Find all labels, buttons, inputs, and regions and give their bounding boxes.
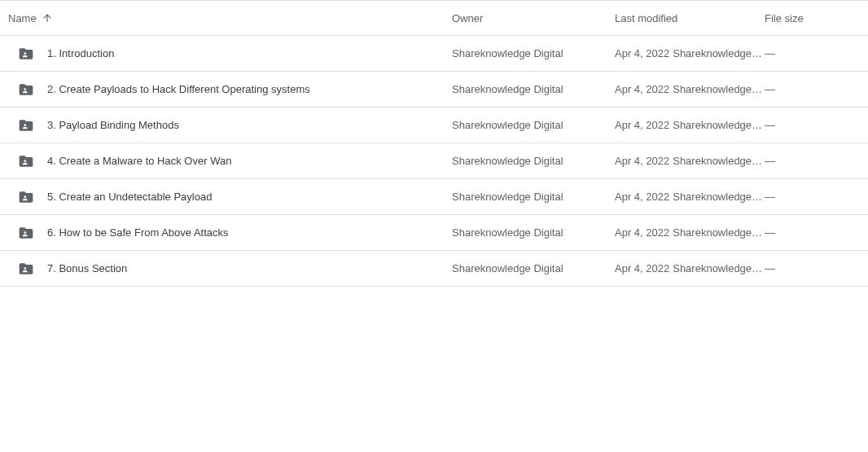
cell-size: — xyxy=(765,155,862,167)
cell-name: 1. Introduction xyxy=(7,46,452,62)
cell-size: — xyxy=(765,226,862,239)
cell-name: 3. Payload Binding Methods xyxy=(7,117,452,134)
table-body: 1. Introduction Shareknowledge Digital A… xyxy=(0,36,868,287)
modified-date: Apr 4, 2022 xyxy=(615,262,669,274)
modified-date: Apr 4, 2022 xyxy=(615,83,669,95)
table-header-row: Name Owner Last modified File size xyxy=(0,0,868,36)
cell-owner: Shareknowledge Digital xyxy=(452,47,615,59)
cell-name: 7. Bonus Section xyxy=(7,261,452,277)
cell-name: 6. How to be Safe From Above Attacks xyxy=(7,225,452,241)
file-name: 3. Payload Binding Methods xyxy=(47,119,179,131)
shared-folder-icon xyxy=(18,117,34,134)
modified-by: Shareknowledge D… xyxy=(673,155,765,167)
shared-folder-icon xyxy=(18,261,34,277)
file-list-table: Name Owner Last modified File size xyxy=(0,0,868,287)
modified-date: Apr 4, 2022 xyxy=(615,119,669,131)
cell-size: — xyxy=(765,47,862,59)
cell-size: — xyxy=(765,83,862,95)
modified-by: Shareknowledge D… xyxy=(673,119,765,131)
column-header-owner[interactable]: Owner xyxy=(452,12,615,24)
shared-folder-icon xyxy=(18,189,34,205)
shared-folder-icon xyxy=(18,225,34,241)
cell-modified: Apr 4, 2022 Shareknowledge D… xyxy=(615,155,765,167)
table-row[interactable]: 5. Create an Undetectable Payload Sharek… xyxy=(0,179,868,215)
shared-folder-icon xyxy=(18,153,34,169)
svg-point-5 xyxy=(24,231,26,234)
svg-point-0 xyxy=(24,52,26,55)
table-row[interactable]: 1. Introduction Shareknowledge Digital A… xyxy=(0,36,868,72)
cell-modified: Apr 4, 2022 Shareknowledge D… xyxy=(615,191,765,203)
cell-name: 2. Create Payloads to Hack Different Ope… xyxy=(7,81,452,98)
modified-date: Apr 4, 2022 xyxy=(615,155,669,167)
cell-modified: Apr 4, 2022 Shareknowledge D… xyxy=(615,119,765,131)
cell-name: 5. Create an Undetectable Payload xyxy=(7,189,452,205)
cell-size: — xyxy=(765,262,862,274)
modified-by: Shareknowledge D… xyxy=(673,226,765,239)
cell-owner: Shareknowledge Digital xyxy=(452,83,615,95)
svg-point-2 xyxy=(24,124,26,126)
file-name: 1. Introduction xyxy=(47,47,114,59)
shared-folder-icon xyxy=(18,46,34,62)
svg-point-3 xyxy=(24,160,26,162)
table-row[interactable]: 4. Create a Malware to Hack Over Wan Sha… xyxy=(0,143,868,179)
file-name: 6. How to be Safe From Above Attacks xyxy=(47,226,229,239)
cell-modified: Apr 4, 2022 Shareknowledge D… xyxy=(615,83,765,95)
sort-ascending-icon xyxy=(42,12,53,24)
svg-point-1 xyxy=(24,88,26,90)
modified-date: Apr 4, 2022 xyxy=(615,191,669,203)
svg-point-4 xyxy=(24,195,26,198)
cell-owner: Shareknowledge Digital xyxy=(452,155,615,167)
cell-owner: Shareknowledge Digital xyxy=(452,119,615,131)
modified-date: Apr 4, 2022 xyxy=(615,47,669,59)
column-header-owner-label: Owner xyxy=(452,12,483,24)
table-row[interactable]: 7. Bonus Section Shareknowledge Digital … xyxy=(0,251,868,287)
cell-size: — xyxy=(765,119,862,131)
cell-owner: Shareknowledge Digital xyxy=(452,191,615,203)
modified-by: Shareknowledge D… xyxy=(673,47,765,59)
modified-by: Shareknowledge D… xyxy=(673,191,765,203)
shared-folder-icon xyxy=(18,81,34,98)
table-row[interactable]: 3. Payload Binding Methods Shareknowledg… xyxy=(0,108,868,143)
file-name: 7. Bonus Section xyxy=(47,262,127,274)
file-name: 5. Create an Undetectable Payload xyxy=(47,191,212,203)
file-name: 2. Create Payloads to Hack Different Ope… xyxy=(47,83,310,95)
cell-name: 4. Create a Malware to Hack Over Wan xyxy=(7,153,452,169)
modified-by: Shareknowledge D… xyxy=(673,83,765,95)
column-header-modified-label: Last modified xyxy=(615,12,677,24)
column-header-name[interactable]: Name xyxy=(7,12,452,24)
cell-modified: Apr 4, 2022 Shareknowledge D… xyxy=(615,47,765,59)
cell-owner: Shareknowledge Digital xyxy=(452,226,615,239)
table-row[interactable]: 6. How to be Safe From Above Attacks Sha… xyxy=(0,215,868,251)
column-header-size-label: File size xyxy=(765,12,804,24)
table-row[interactable]: 2. Create Payloads to Hack Different Ope… xyxy=(0,72,868,108)
file-name: 4. Create a Malware to Hack Over Wan xyxy=(47,155,231,167)
column-header-name-label: Name xyxy=(8,12,37,24)
column-header-size[interactable]: File size xyxy=(765,12,862,24)
cell-modified: Apr 4, 2022 Shareknowledge D… xyxy=(615,226,765,239)
column-header-modified[interactable]: Last modified xyxy=(615,12,765,24)
cell-modified: Apr 4, 2022 Shareknowledge D… xyxy=(615,262,765,274)
cell-size: — xyxy=(765,191,862,203)
svg-point-6 xyxy=(24,267,26,270)
modified-by: Shareknowledge D… xyxy=(673,262,765,274)
cell-owner: Shareknowledge Digital xyxy=(452,262,615,274)
modified-date: Apr 4, 2022 xyxy=(615,226,669,239)
